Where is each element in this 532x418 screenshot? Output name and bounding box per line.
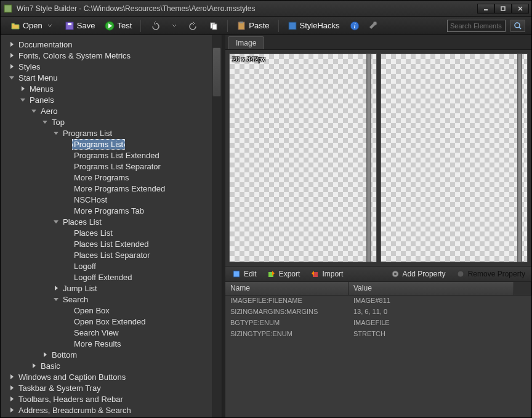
copy-icon — [209, 21, 219, 31]
tree-pane[interactable]: DocumentationFonts, Colors & System Metr… — [1, 35, 222, 417]
expand-icon[interactable] — [8, 63, 15, 70]
expand-icon[interactable] — [8, 52, 15, 59]
tree-node[interactable]: Places List — [1, 227, 222, 238]
property-value: STRETCH — [349, 329, 531, 340]
expand-icon[interactable] — [8, 384, 15, 392]
tree-node[interactable]: Top — [1, 116, 222, 127]
tree-node[interactable]: Menus — [1, 83, 222, 94]
collapse-icon[interactable] — [30, 107, 38, 115]
paste-button[interactable]: Paste — [233, 20, 273, 32]
tree-leaf-icon — [63, 140, 71, 148]
tree-node[interactable]: Programs List — [1, 139, 222, 150]
maximize-button[interactable] — [494, 4, 512, 14]
open-button[interactable]: Open — [7, 20, 58, 32]
tree-node[interactable]: Search View — [1, 327, 222, 338]
test-button[interactable]: Test — [101, 20, 135, 32]
toolbar-separator — [227, 20, 228, 32]
collapse-icon[interactable] — [52, 129, 60, 137]
options-button[interactable] — [366, 20, 383, 32]
collapse-icon[interactable] — [52, 218, 60, 225]
svg-line-16 — [519, 27, 521, 29]
add-property-button[interactable]: Add Property — [388, 268, 448, 280]
expand-icon[interactable] — [52, 284, 60, 292]
close-button[interactable] — [512, 4, 529, 14]
tree-node[interactable]: Fonts, Colors & System Metrics — [1, 50, 222, 61]
tree-node[interactable]: Search — [1, 294, 222, 305]
tree-node[interactable]: Windows and Caption Buttons — [1, 371, 222, 382]
search-button[interactable] — [510, 20, 525, 32]
tree-scrollbar[interactable] — [212, 35, 222, 417]
expand-icon[interactable] — [19, 85, 26, 92]
tree-node[interactable]: Places List Extended — [1, 238, 222, 249]
tree-label: Search View — [72, 328, 121, 337]
tree-node[interactable]: Documentation — [1, 39, 222, 50]
tree-node[interactable]: Logoff Extended — [1, 271, 222, 283]
tree-node[interactable]: Toolbars, Headers and Rebar — [1, 393, 222, 404]
tree-node[interactable]: Open Box Extended — [1, 316, 222, 327]
tree-node[interactable]: Bottom — [1, 349, 222, 360]
tree-node[interactable]: Places List — [1, 216, 222, 227]
collapse-icon[interactable] — [8, 74, 15, 81]
tree-label: Places List Separator — [72, 251, 152, 260]
properties-body[interactable]: IMAGEFILE:FILENAMEIMAGE#811SIZINGMARGINS… — [225, 295, 531, 417]
tree-scrollbar-thumb[interactable] — [212, 47, 221, 97]
tree-node[interactable]: Programs List Separator — [1, 161, 222, 172]
column-name-header[interactable]: Name — [225, 282, 349, 295]
property-row[interactable]: SIZINGTYPE:ENUMSTRETCH — [225, 329, 531, 340]
import-button[interactable]: Import — [307, 268, 345, 280]
tree-node[interactable]: Panels — [1, 94, 222, 105]
tab-image[interactable]: Image — [228, 36, 264, 49]
expand-icon[interactable] — [41, 351, 49, 358]
copy-button[interactable] — [205, 20, 222, 32]
collapse-icon[interactable] — [41, 118, 49, 126]
tree-node[interactable]: Jump List — [1, 283, 222, 294]
chevron-down-icon — [45, 21, 55, 31]
expand-icon[interactable] — [30, 362, 38, 369]
undo-dropdown[interactable] — [166, 20, 183, 32]
tree-node[interactable]: Programs List — [1, 127, 222, 139]
save-label: Save — [77, 21, 95, 30]
search-input[interactable] — [447, 20, 506, 32]
expand-icon[interactable] — [8, 395, 15, 403]
tree-node[interactable]: More Results — [1, 338, 222, 349]
stylehacks-button[interactable]: StyleHacks — [284, 20, 344, 32]
tree-node[interactable]: Places List Separator — [1, 249, 222, 260]
gear-minus-icon — [456, 269, 465, 279]
minimize-button[interactable] — [477, 4, 494, 14]
property-row[interactable]: SIZINGMARGINS:MARGINS13, 6, 11, 0 — [225, 307, 531, 318]
export-button[interactable]: Export — [264, 268, 303, 280]
tree-node[interactable]: NSCHost — [1, 194, 222, 205]
tree-node[interactable]: Aero — [1, 105, 222, 116]
column-value-header[interactable]: Value — [349, 282, 514, 295]
expand-icon[interactable] — [8, 373, 15, 380]
collapse-icon[interactable] — [52, 295, 60, 303]
save-button[interactable]: Save — [61, 20, 99, 32]
tree-label: Start Menu — [17, 73, 60, 82]
undo-button[interactable] — [146, 20, 163, 32]
preview-slot-left[interactable]: 20 x 342px — [229, 54, 377, 262]
collapse-icon[interactable] — [19, 96, 26, 103]
tree-node[interactable]: Programs List Extended — [1, 150, 222, 161]
open-label: Open — [23, 21, 42, 30]
property-row[interactable]: IMAGEFILE:FILENAMEIMAGE#811 — [225, 295, 531, 307]
preview-slot-right[interactable] — [381, 54, 528, 262]
tree-node[interactable]: More Programs Extended — [1, 183, 222, 194]
tree-node[interactable]: Open Box — [1, 305, 222, 316]
tree-node[interactable]: More Programs Tab — [1, 205, 222, 216]
edit-button[interactable]: Edit — [229, 268, 259, 280]
tree-node[interactable]: Basic — [1, 360, 222, 371]
expand-icon[interactable] — [8, 406, 15, 414]
tree-node[interactable]: Start Menu — [1, 72, 222, 83]
right-pane: Image 20 x 342px Edit Export — [225, 35, 531, 417]
tree-node[interactable]: Styles — [1, 61, 222, 72]
info-button[interactable]: i — [346, 20, 363, 32]
redo-button[interactable] — [185, 20, 203, 32]
tree-node[interactable]: Taskbar & System Tray — [1, 382, 222, 393]
tree-node[interactable]: Logoff — [1, 260, 222, 271]
tree-node[interactable]: Buttons, Boxes & Controls — [1, 416, 222, 417]
tree-leaf-icon — [63, 262, 71, 270]
tree-node[interactable]: More Programs — [1, 172, 222, 183]
tree-node[interactable]: Address, Breadcrumb & Search — [1, 404, 222, 416]
expand-icon[interactable] — [8, 41, 15, 48]
property-row[interactable]: BGTYPE:ENUMIMAGEFILE — [225, 318, 531, 329]
